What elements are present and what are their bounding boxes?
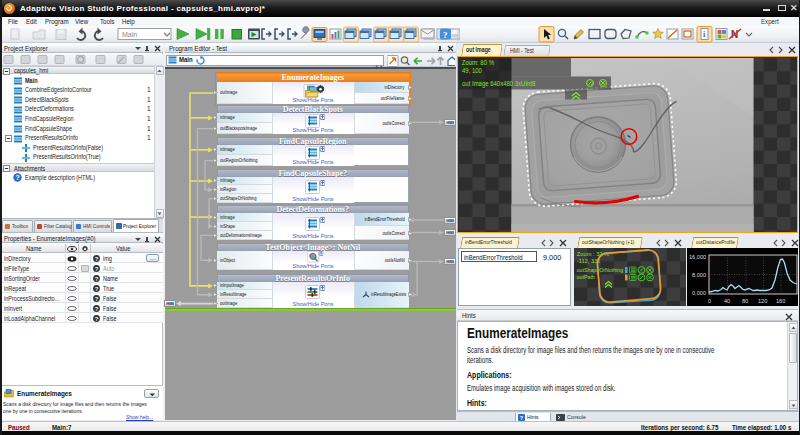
svg-text:?: ?: [95, 256, 99, 262]
svg-text:?: ?: [95, 296, 99, 302]
svg-text:80: 80: [742, 298, 748, 304]
svg-text:160: 160: [776, 298, 785, 304]
svg-text:0,000: 0,000: [692, 290, 706, 296]
svg-text:?: ?: [95, 276, 99, 282]
svg-text:?: ?: [443, 30, 448, 40]
svg-text:120: 120: [758, 298, 767, 304]
svg-text:outPath: outPath: [577, 274, 595, 280]
svg-text:40: 40: [724, 298, 730, 304]
svg-text:outShapeOrNothing: outShapeOrNothing: [577, 267, 624, 273]
svg-text:?: ?: [95, 266, 99, 272]
svg-text:?: ?: [95, 306, 99, 312]
svg-text:16,000: 16,000: [689, 254, 706, 260]
svg-text:?: ?: [95, 316, 99, 322]
svg-text:?: ?: [95, 286, 99, 292]
svg-text:Zoom: 80 %: Zoom: 80 %: [461, 59, 494, 66]
svg-text:out Image 640x480 3xUInt8: out Image 640x480 3xUInt8: [462, 79, 536, 86]
svg-text:Main: Main: [122, 31, 137, 38]
svg-text:?: ?: [16, 174, 20, 181]
svg-text:8,000: 8,000: [692, 272, 706, 278]
svg-text:0: 0: [708, 298, 711, 304]
svg-text:49, 100: 49, 100: [462, 67, 482, 74]
